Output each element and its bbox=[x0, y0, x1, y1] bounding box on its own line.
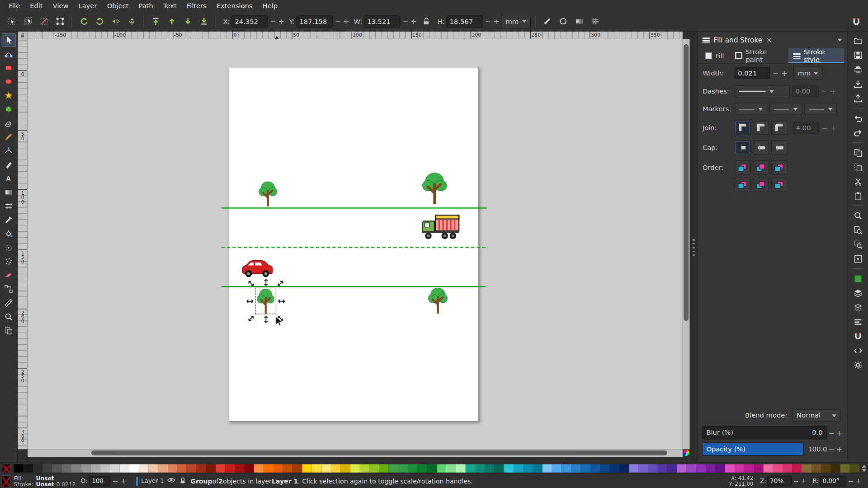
palette-swatch-3c2a0a[interactable] bbox=[830, 464, 840, 472]
move-gradients-toggle-icon[interactable] bbox=[572, 14, 587, 28]
undo-icon[interactable] bbox=[851, 112, 864, 124]
palette-swatch-f7ce37[interactable] bbox=[331, 464, 340, 472]
dropper-tool[interactable] bbox=[1, 213, 16, 227]
layers-dialog-icon[interactable] bbox=[851, 286, 864, 299]
palette-swatch-066a28[interactable] bbox=[427, 464, 437, 472]
palette-swatch-2a82cc[interactable] bbox=[571, 464, 580, 472]
palette-swatch-bfbfbf[interactable] bbox=[100, 464, 110, 472]
palette-swatch-dd825c[interactable] bbox=[168, 464, 177, 472]
palette-swatch-0f7e31[interactable] bbox=[417, 464, 427, 472]
cap-round-button[interactable] bbox=[753, 141, 769, 155]
end-marker-dropdown[interactable] bbox=[804, 103, 837, 115]
gradient-tool[interactable] bbox=[1, 185, 16, 199]
y-plus-button[interactable]: + bbox=[343, 17, 349, 25]
vertical-scroll-thumb[interactable] bbox=[684, 44, 689, 321]
palette-scroll-up[interactable] bbox=[862, 463, 867, 468]
menu-view[interactable]: View bbox=[48, 1, 73, 11]
tab-fill[interactable]: Fill bbox=[700, 48, 729, 63]
palette-swatch-c51f1f[interactable] bbox=[225, 464, 235, 472]
rotation-plus[interactable]: + bbox=[855, 477, 862, 485]
open-recent-icon[interactable] bbox=[851, 34, 864, 47]
palette-swatch-062458[interactable] bbox=[619, 464, 629, 472]
zoom-tool[interactable] bbox=[1, 310, 16, 324]
save-document-icon[interactable] bbox=[851, 49, 864, 61]
palette-swatch-55aaee[interactable] bbox=[552, 464, 561, 472]
scale-handle-e[interactable] bbox=[278, 298, 285, 305]
palette-swatch-664ec0[interactable] bbox=[648, 464, 658, 472]
ruler-corner-lock[interactable] bbox=[18, 32, 28, 39]
close-icon[interactable]: × bbox=[766, 36, 772, 44]
menu-layer[interactable]: Layer bbox=[74, 1, 102, 11]
palette-swatch-a246c8[interactable] bbox=[687, 464, 696, 472]
order-option-1[interactable] bbox=[735, 160, 751, 175]
zoom-input[interactable] bbox=[767, 476, 792, 486]
h-input[interactable] bbox=[446, 15, 483, 28]
cut-selection-icon[interactable] bbox=[851, 175, 864, 188]
palette-swatch-f0c6ad[interactable] bbox=[148, 464, 158, 472]
zoom-plus[interactable]: + bbox=[801, 477, 807, 485]
fill-value[interactable]: Unset bbox=[36, 475, 54, 481]
zoom-center-page-icon[interactable] bbox=[851, 252, 864, 265]
palette-swatch-e85d00[interactable] bbox=[274, 464, 283, 472]
preferences-icon[interactable] bbox=[851, 358, 864, 371]
stroke-width-input[interactable] bbox=[735, 67, 770, 79]
palette-swatch-aff0b4[interactable] bbox=[456, 464, 465, 472]
palette-swatch-ffe97a[interactable] bbox=[321, 464, 331, 472]
fill-color-dialog-icon[interactable] bbox=[851, 272, 864, 285]
toggle-selection-cue-icon[interactable] bbox=[52, 14, 67, 28]
palette-swatch-7e0606[interactable] bbox=[245, 464, 254, 472]
layer-name[interactable]: Layer 1 bbox=[141, 478, 164, 485]
palette-swatch-ff6f00[interactable] bbox=[264, 464, 273, 472]
text-tool[interactable]: A bbox=[1, 172, 16, 186]
guide-line[interactable] bbox=[222, 286, 486, 287]
h-minus-button[interactable]: − bbox=[485, 17, 491, 25]
menu-edit[interactable]: Edit bbox=[25, 1, 47, 11]
palette-swatch-ffd400[interactable] bbox=[302, 464, 311, 472]
menu-path[interactable]: Path bbox=[134, 1, 158, 11]
palette-swatch-1e8e3a[interactable] bbox=[408, 464, 417, 472]
order-option-6[interactable] bbox=[771, 178, 788, 192]
tree-object[interactable] bbox=[421, 172, 448, 204]
w-minus-button[interactable]: − bbox=[402, 17, 409, 25]
tab-stroke-style[interactable]: Stroke style bbox=[788, 48, 844, 63]
palette-swatch-555555[interactable] bbox=[52, 464, 62, 472]
palette-swatch-0f8f7a[interactable] bbox=[475, 464, 485, 472]
canvas[interactable] bbox=[28, 39, 683, 449]
tree-object[interactable] bbox=[258, 181, 278, 206]
stroke-units-dropdown[interactable]: mm bbox=[793, 66, 823, 80]
palette-swatch-6b6b2a[interactable] bbox=[840, 464, 850, 472]
move-patterns-toggle-icon[interactable] bbox=[588, 14, 603, 28]
menu-filters[interactable]: Filters bbox=[182, 1, 211, 11]
tab-stroke-paint[interactable]: Stroke paint bbox=[730, 48, 787, 63]
blur-slider[interactable]: Blur (%) 0.0 bbox=[702, 426, 827, 439]
lower-icon[interactable] bbox=[180, 14, 195, 28]
palette-swatch-3a96e0[interactable] bbox=[561, 464, 571, 472]
order-option-5[interactable] bbox=[753, 178, 769, 192]
palette-swatch-a03f00[interactable] bbox=[292, 464, 302, 472]
ellipse-tool[interactable] bbox=[1, 75, 16, 89]
palette-swatch-1258a0[interactable] bbox=[590, 464, 600, 472]
palette-swatch-0a7a68[interactable] bbox=[485, 464, 494, 472]
lower-to-bottom-icon[interactable] bbox=[197, 14, 211, 28]
print-document-icon[interactable] bbox=[851, 63, 864, 76]
dash-offset-input[interactable] bbox=[792, 85, 819, 98]
palette-swatch-d4d4d4[interactable] bbox=[110, 464, 119, 472]
y-input[interactable] bbox=[296, 15, 333, 28]
cap-butt-button[interactable] bbox=[735, 141, 751, 155]
palette-swatch-f8e6d9[interactable] bbox=[139, 464, 148, 472]
palette-swatch-808080[interactable] bbox=[71, 464, 81, 472]
join-bevel-button[interactable] bbox=[771, 121, 788, 135]
zoom-page-icon[interactable] bbox=[851, 224, 864, 236]
palette-swatch-7c1a0a[interactable] bbox=[206, 464, 216, 472]
palette-swatch-2f9e44[interactable] bbox=[398, 464, 408, 472]
w-input[interactable] bbox=[364, 15, 401, 28]
panel-resize-grip[interactable] bbox=[693, 239, 695, 256]
export-image-icon[interactable] bbox=[851, 92, 864, 104]
palette-swatch-aaaaaa[interactable] bbox=[91, 464, 100, 472]
palette-swatch-14a8c4[interactable] bbox=[514, 464, 523, 472]
palette-swatch-d232aa[interactable] bbox=[735, 464, 744, 472]
truck-object[interactable] bbox=[421, 212, 460, 240]
palette-swatch-ffffff[interactable] bbox=[129, 464, 139, 472]
palette-swatch-083270[interactable] bbox=[610, 464, 619, 472]
x-minus-button[interactable]: − bbox=[270, 17, 277, 25]
